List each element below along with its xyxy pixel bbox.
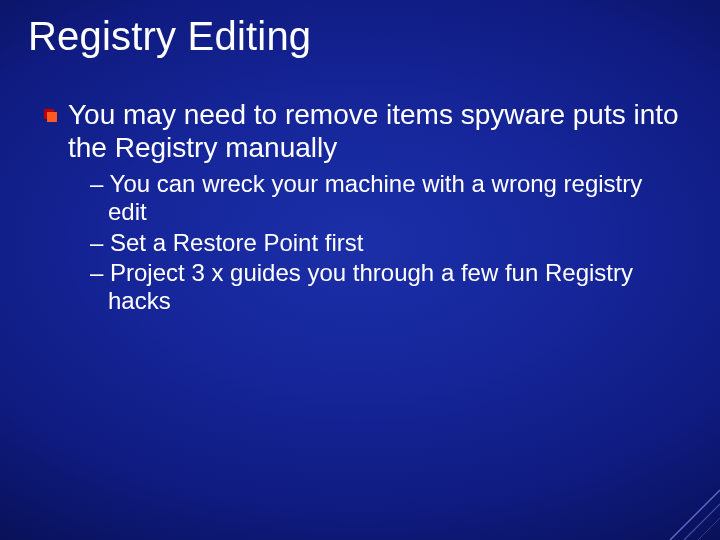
svg-line-1 [684,504,720,540]
bullet-square-icon [44,109,56,121]
slide: Registry Editing You may need to remove … [0,0,720,540]
dash-icon: – [90,259,110,286]
svg-line-0 [670,490,720,540]
sub-bullet-group: – You can wreck your machine with a wron… [44,170,680,316]
bullet-level2-text: Project 3 x guides you through a few fun… [108,259,633,314]
svg-line-2 [698,518,720,540]
bullet-level2-text: You can wreck your machine with a wrong … [108,170,642,225]
slide-title: Registry Editing [28,14,311,59]
bullet-level2: – Project 3 x guides you through a few f… [90,259,680,316]
bullet-level2-text: Set a Restore Point first [110,229,363,256]
bullet-level2: – You can wreck your machine with a wron… [90,170,680,227]
dash-icon: – [90,170,110,197]
slide-body: You may need to remove items spyware put… [44,98,680,318]
bullet-level2: – Set a Restore Point first [90,229,680,257]
bullet-level1-text: You may need to remove items spyware put… [68,99,679,163]
corner-accent-icon [656,476,720,540]
bullet-level1: You may need to remove items spyware put… [44,98,680,164]
dash-icon: – [90,229,110,256]
